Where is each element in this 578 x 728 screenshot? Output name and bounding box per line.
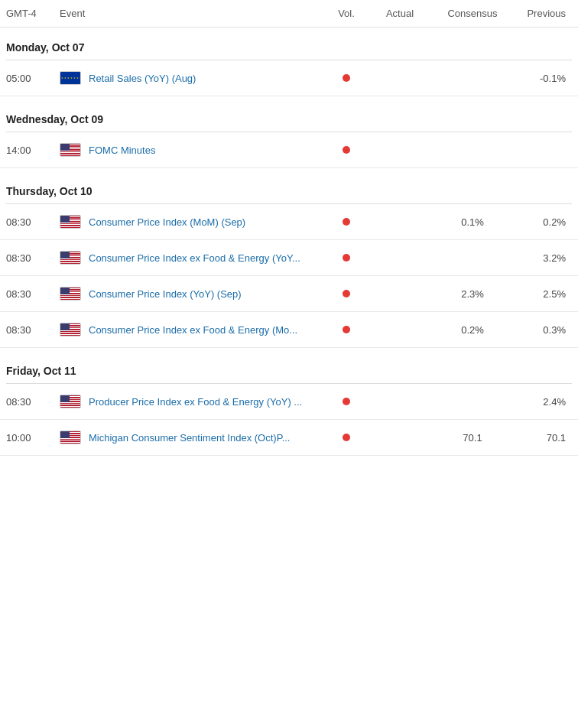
flag-event-container: Producer Price Index ex Food & Energy (Y… xyxy=(60,395,327,408)
day-section: Friday, Oct 1108:30Producer Price Index … xyxy=(0,351,578,456)
header-actual: Actual xyxy=(365,8,434,19)
volatility-dot xyxy=(343,146,350,154)
previous-value: 2.5% xyxy=(511,288,572,300)
volatility-dot xyxy=(343,434,350,441)
event-row: 10:00Michigan Consumer Sentiment Index (… xyxy=(0,420,578,456)
event-time: 08:30 xyxy=(6,288,60,300)
event-row: 05:00Retail Sales (YoY) (Aug)-0.1% xyxy=(0,60,578,96)
previous-value: 2.4% xyxy=(511,396,572,408)
header-row: GMT-4 Event Vol. Actual Consensus Previo… xyxy=(0,0,578,28)
vol-indicator xyxy=(327,216,365,228)
previous-value: 3.2% xyxy=(511,252,572,264)
consensus-value: 0.1% xyxy=(434,216,511,228)
event-row: 08:30Producer Price Index ex Food & Ener… xyxy=(0,384,578,420)
us-flag-icon xyxy=(60,251,81,265)
vol-indicator xyxy=(327,324,365,336)
day-header: Friday, Oct 11 xyxy=(0,351,578,383)
flag-event-container: Consumer Price Index (YoY) (Sep) xyxy=(60,287,327,301)
consensus-value: 0.2% xyxy=(434,324,511,336)
previous-value: -0.1% xyxy=(511,73,572,84)
eu-flag-icon xyxy=(60,71,81,85)
event-row: 08:30Consumer Price Index (MoM) (Sep)0.1… xyxy=(0,204,578,240)
header-previous: Previous xyxy=(511,8,572,19)
volatility-dot xyxy=(343,218,350,226)
event-time: 10:00 xyxy=(6,432,60,444)
vol-indicator xyxy=(327,145,365,156)
us-flag-icon xyxy=(60,431,81,444)
vol-indicator xyxy=(327,252,365,264)
volatility-dot xyxy=(343,326,350,333)
event-row: 14:00FOMC Minutes xyxy=(0,132,578,168)
event-row: 08:30Consumer Price Index ex Food & Ener… xyxy=(0,312,578,348)
us-flag-icon xyxy=(60,287,81,301)
volatility-dot xyxy=(343,74,350,82)
vol-indicator xyxy=(327,73,365,84)
day-section: Monday, Oct 0705:00Retail Sales (YoY) (A… xyxy=(0,28,578,96)
event-name[interactable]: Consumer Price Index ex Food & Energy (Y… xyxy=(89,252,300,264)
event-row: 08:30Consumer Price Index (YoY) (Sep)2.3… xyxy=(0,276,578,312)
volatility-dot xyxy=(343,254,350,262)
event-name[interactable]: Consumer Price Index (MoM) (Sep) xyxy=(89,216,245,228)
previous-value: 70.1 xyxy=(511,432,572,444)
header-event: Event xyxy=(60,8,327,19)
flag-event-container: FOMC Minutes xyxy=(60,143,327,157)
consensus-value: 70.1 xyxy=(434,432,511,444)
flag-event-container: Retail Sales (YoY) (Aug) xyxy=(60,71,327,85)
day-section: Wednesday, Oct 0914:00FOMC Minutes xyxy=(0,99,578,168)
day-header: Thursday, Oct 10 xyxy=(0,171,578,203)
event-time: 08:30 xyxy=(6,396,60,408)
day-section: Thursday, Oct 1008:30Consumer Price Inde… xyxy=(0,171,578,348)
day-header: Monday, Oct 07 xyxy=(0,28,578,60)
event-name[interactable]: Producer Price Index ex Food & Energy (Y… xyxy=(89,396,302,408)
us-flag-icon xyxy=(60,395,81,408)
volatility-dot xyxy=(343,290,350,297)
flag-event-container: Consumer Price Index ex Food & Energy (Y… xyxy=(60,251,327,265)
volatility-dot xyxy=(343,398,350,405)
us-flag-icon xyxy=(60,215,81,229)
day-header: Wednesday, Oct 09 xyxy=(0,99,578,132)
consensus-value: 2.3% xyxy=(434,288,511,300)
calendar-body: Monday, Oct 0705:00Retail Sales (YoY) (A… xyxy=(0,28,578,456)
event-time: 14:00 xyxy=(6,145,60,156)
event-time: 08:30 xyxy=(6,252,60,264)
previous-value: 0.3% xyxy=(511,324,572,336)
vol-indicator xyxy=(327,396,365,408)
event-name[interactable]: Michigan Consumer Sentiment Index (Oct)P… xyxy=(89,432,291,444)
vol-indicator xyxy=(327,288,365,300)
header-gmt: GMT-4 xyxy=(6,8,60,19)
event-name[interactable]: Consumer Price Index (YoY) (Sep) xyxy=(89,288,242,300)
event-time: 05:00 xyxy=(6,73,60,84)
header-vol: Vol. xyxy=(327,8,365,19)
vol-indicator xyxy=(327,432,365,444)
event-name[interactable]: FOMC Minutes xyxy=(89,145,155,156)
flag-event-container: Consumer Price Index ex Food & Energy (M… xyxy=(60,323,327,336)
event-row: 08:30Consumer Price Index ex Food & Ener… xyxy=(0,240,578,276)
flag-event-container: Michigan Consumer Sentiment Index (Oct)P… xyxy=(60,431,327,444)
event-name[interactable]: Consumer Price Index ex Food & Energy (M… xyxy=(89,324,297,336)
header-consensus: Consensus xyxy=(434,8,511,19)
event-time: 08:30 xyxy=(6,216,60,228)
event-name[interactable]: Retail Sales (YoY) (Aug) xyxy=(89,73,196,84)
us-flag-icon xyxy=(60,323,81,336)
flag-event-container: Consumer Price Index (MoM) (Sep) xyxy=(60,215,327,229)
previous-value: 0.2% xyxy=(511,216,572,228)
event-time: 08:30 xyxy=(6,324,60,336)
us-flag-icon xyxy=(60,143,81,157)
